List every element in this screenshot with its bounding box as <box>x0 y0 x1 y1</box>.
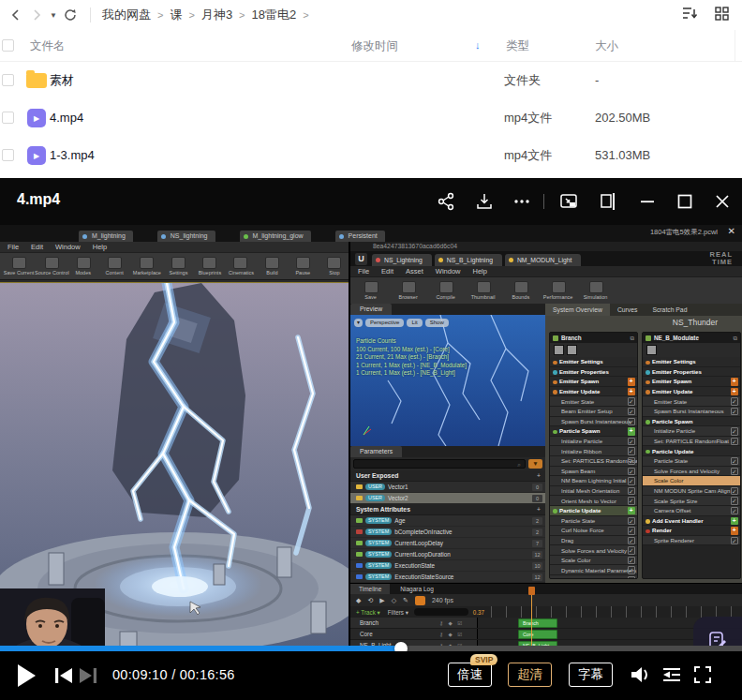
quality-button[interactable]: 超清 <box>508 663 552 687</box>
video-niagara-menu: FileEditAssetWindowHelp <box>350 266 742 276</box>
previous-button[interactable] <box>54 667 73 688</box>
video-menu-item: Window <box>436 267 461 276</box>
video-emitter-row: Solve Forces and Velocity <box>643 467 740 477</box>
video-emitter-node: Branch Emitter Settings <box>549 332 638 579</box>
video-emitter-row: Particle State <box>643 456 740 467</box>
video-toolbar-button: Browser <box>393 281 423 300</box>
video-obs-tab: M_lightning <box>79 231 133 242</box>
column-size[interactable]: 大小 <box>595 30 618 62</box>
file-size: 202.50MB <box>595 99 650 137</box>
close-icon[interactable] <box>713 192 732 211</box>
next-button[interactable] <box>79 667 97 688</box>
column-name[interactable]: 文件名 <box>30 30 66 62</box>
picture-in-picture-icon[interactable] <box>559 192 578 211</box>
volume-icon[interactable] <box>631 665 651 688</box>
column-type[interactable]: 类型 <box>506 30 529 62</box>
video-asset-tab: NS_Lightning <box>372 254 432 266</box>
video-menu-item: Edit <box>381 267 393 276</box>
breadcrumb-item[interactable]: 月神3 <box>201 7 232 23</box>
video-menu-item: File <box>358 267 369 276</box>
video-toolbar-icon <box>265 257 279 269</box>
breadcrumb-item[interactable]: 课 <box>170 7 182 23</box>
video-ue-toolbar: Save Current Source Control Modes <box>0 252 349 280</box>
breadcrumb-separator: > <box>239 9 245 21</box>
video-emitter-row: Orient Mesh to Vector <box>550 496 637 506</box>
video-emitter-row: Render <box>643 526 740 536</box>
video-emitter-row: Emitter Spawn <box>643 377 740 387</box>
video-menu-item: Edit <box>31 243 43 251</box>
row-checkbox[interactable] <box>2 112 14 124</box>
video-parameter-row: SYSTEM CurrentLoopDuration 12 <box>350 549 545 560</box>
video-system-overview: System Overview Curves Scratch Pad NS_Th… <box>545 304 742 583</box>
divider <box>735 30 735 62</box>
video-emitter-row: Particle Spawn <box>643 417 740 427</box>
video-preview-tab: Preview <box>350 304 392 315</box>
more-icon[interactable] <box>512 192 531 211</box>
file-type: mp4文件 <box>504 99 552 137</box>
file-name[interactable]: 4.mp4 <box>50 99 83 137</box>
video-toolbar-button: Build <box>258 257 286 276</box>
maximize-icon[interactable] <box>675 192 694 211</box>
breadcrumb-separator: > <box>157 9 163 21</box>
video-emitter-row: Scale Ribbon Width <box>550 575 637 579</box>
file-type: mp4文件 <box>504 137 552 174</box>
select-all-checkbox[interactable] <box>2 39 14 52</box>
presenter-webcam <box>0 588 105 646</box>
file-size: 531.03MB <box>595 137 650 174</box>
history-caret-icon[interactable]: ▼ <box>47 5 60 25</box>
breadcrumb-item[interactable]: 我的网盘 <box>102 7 151 23</box>
video-toolbar-icon <box>296 257 310 269</box>
unreal-logo-icon: U <box>355 253 367 265</box>
playback-speed-button[interactable]: 倍速 <box>448 663 492 687</box>
sort-icon[interactable] <box>682 6 698 24</box>
refresh-icon[interactable] <box>60 5 81 25</box>
video-emitter-row: Emitter State <box>550 396 637 407</box>
video-emitter-row: Set: PARTICLE RandomFloat <box>643 437 740 447</box>
row-checkbox[interactable] <box>2 74 14 86</box>
breadcrumb-item[interactable]: 18雷电2 <box>252 7 297 23</box>
back-icon[interactable] <box>6 5 26 25</box>
video-obs-tab: NS_lightning <box>157 231 215 242</box>
table-row[interactable]: 1-3.mp4 mp4文件 531.03MB <box>0 137 742 174</box>
notes-button[interactable]: 笔记 <box>707 631 728 647</box>
file-name[interactable]: 1-3.mp4 <box>50 137 95 174</box>
video-parameters-tab: Parameters <box>350 446 402 457</box>
table-row[interactable]: 4.mp4 mp4文件 202.50MB <box>0 99 742 137</box>
file-type-icon <box>26 73 47 88</box>
video-emitter-node: NE_B_Modulate Emitter Settings <box>642 332 741 579</box>
video-menu-item: File <box>7 243 19 251</box>
file-name[interactable]: 素材 <box>50 62 74 99</box>
video-parameters-list: User Exposed USER Vector1 0 <box>350 470 545 583</box>
video-ue-level-editor: FileEditWindowHelp Save Current Source C… <box>0 242 349 646</box>
column-modified[interactable]: 修改时间 <box>351 30 398 62</box>
row-checkbox[interactable] <box>2 149 14 161</box>
video-surface[interactable]: M_lightningNS_lightningM_lightning_glowP… <box>0 225 742 646</box>
playlist-icon[interactable] <box>662 666 681 687</box>
subtitles-button[interactable]: 字幕 <box>569 663 613 687</box>
minimize-icon[interactable] <box>638 192 657 211</box>
video-capture-title: 1804雷电5效果2.pcwl <box>650 228 718 237</box>
video-emitter-row: NM Beam Lightning Initial <box>550 476 637 486</box>
share-icon[interactable] <box>437 192 455 211</box>
video-particle-counts: Particle Counts100 Current, 100 Max (est… <box>356 337 467 378</box>
play-button[interactable] <box>16 663 37 692</box>
video-emitter-row: Emitter Properties <box>550 367 637 378</box>
grid-view-icon[interactable] <box>715 7 729 24</box>
file-list-header: 文件名 修改时间 ↓ 类型 大小 <box>0 30 742 62</box>
video-emitter-row: Initialize Particle <box>643 426 740 437</box>
dock-window-icon[interactable] <box>598 192 616 211</box>
video-toolbar-icon <box>45 257 59 269</box>
file-type: 文件夹 <box>504 62 541 99</box>
video-parameter-row: SYSTEM bCompleteOnInactive 2 <box>350 527 545 538</box>
fullscreen-icon[interactable] <box>693 665 712 688</box>
forward-icon[interactable] <box>26 5 47 25</box>
video-emitter-row: Curl Noise Force <box>550 526 637 536</box>
sort-desc-icon[interactable]: ↓ <box>475 39 481 51</box>
table-row[interactable]: 素材 文件夹 - <box>0 62 742 99</box>
video-emitter-row: Particle Spawn <box>550 426 637 437</box>
video-preview-column: Preview <box>350 304 545 583</box>
video-emitter-row: Particle State <box>550 516 637 527</box>
video-emitter-row: Initial Mesh Orientation <box>550 486 637 497</box>
player-controls: 00:09:10 / 00:16:56 倍速 SVIP 超清 字幕 <box>0 651 742 700</box>
download-icon[interactable] <box>475 192 494 211</box>
